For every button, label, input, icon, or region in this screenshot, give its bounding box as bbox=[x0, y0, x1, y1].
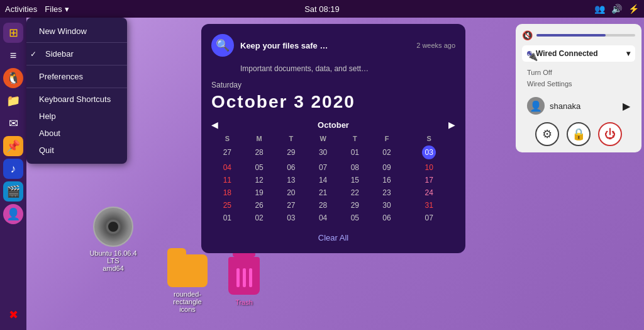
weekday-mon: M bbox=[243, 134, 275, 144]
folder-icon-image bbox=[167, 248, 208, 288]
user-expand-icon[interactable]: ▶ bbox=[623, 100, 630, 112]
cal-day[interactable]: 18 bbox=[211, 186, 243, 199]
settings-button[interactable]: ⚙ bbox=[535, 122, 559, 146]
cal-day[interactable]: 27 bbox=[275, 199, 307, 212]
cal-day[interactable]: 26 bbox=[243, 199, 275, 212]
network-expand-icon[interactable]: ▾ bbox=[626, 49, 630, 58]
clear-all-button[interactable]: Clear All bbox=[318, 233, 348, 242]
cal-day[interactable]: 29 bbox=[339, 199, 371, 212]
cal-day[interactable]: 30 bbox=[307, 144, 339, 161]
menu-item-sidebar[interactable]: Sidebar bbox=[26, 45, 127, 62]
cal-day[interactable]: 11 bbox=[211, 174, 243, 186]
menu-item-about[interactable]: About bbox=[26, 125, 127, 142]
sidebar-icon-apps-grid[interactable]: ⊞ bbox=[3, 23, 23, 43]
cal-day[interactable]: 20 bbox=[275, 186, 307, 199]
menu-item-help[interactable]: Help bbox=[26, 108, 127, 125]
volume-icon[interactable]: 🔊 bbox=[611, 4, 622, 14]
cal-day[interactable]: 13 bbox=[275, 174, 307, 186]
user-row: 👤 shanaka ▶ bbox=[522, 93, 635, 118]
cal-day[interactable]: 12 bbox=[243, 174, 275, 186]
cal-day[interactable]: 08 bbox=[339, 161, 371, 174]
cal-day[interactable]: 27 bbox=[211, 144, 243, 161]
cal-day[interactable]: 03 bbox=[275, 212, 307, 224]
cal-day[interactable]: 01 bbox=[339, 144, 371, 161]
sidebar-icon-files[interactable]: 📁 bbox=[3, 91, 23, 111]
weekday-tue: T bbox=[275, 134, 307, 144]
notification-body: Important documents, data, and sett… bbox=[240, 64, 455, 73]
cal-day[interactable]: 23 bbox=[371, 186, 403, 199]
lock-button[interactable]: 🔒 bbox=[567, 122, 591, 146]
cal-day[interactable]: 22 bbox=[339, 186, 371, 199]
cal-day-today[interactable]: 03 bbox=[402, 144, 455, 161]
desktop-icon-cdrom[interactable]: Ubuntu 16.06.4 LTSamd64 bbox=[88, 207, 138, 272]
username-label: shanaka bbox=[550, 101, 618, 111]
sidebar-icon-bars[interactable]: ≡ bbox=[3, 45, 23, 65]
notification-title: Keep your files safe … bbox=[240, 41, 410, 50]
menu-item-preferences[interactable]: Preferences bbox=[26, 68, 127, 85]
network-connection-item[interactable]: 🔌 Wired Connected ▾ bbox=[522, 45, 635, 62]
trash-shape bbox=[228, 257, 260, 295]
cal-day[interactable]: 16 bbox=[371, 174, 403, 186]
cal-day[interactable]: 29 bbox=[275, 144, 307, 161]
cal-day[interactable]: 05 bbox=[243, 161, 275, 174]
turn-off-option[interactable]: Turn Off bbox=[527, 67, 630, 78]
cal-day[interactable]: 06 bbox=[371, 212, 403, 224]
cal-day[interactable]: 05 bbox=[339, 212, 371, 224]
sidebar: ⊞ ≡ 🐧 📁 ✉ 📌 ♪ 🎬 👤 ✖ bbox=[0, 18, 26, 330]
sidebar-icon-sticky[interactable]: 📌 bbox=[3, 136, 23, 156]
people-icon[interactable]: 👥 bbox=[594, 4, 605, 14]
desktop-icon-trash[interactable]: Trash bbox=[219, 256, 269, 306]
cal-day[interactable]: 19 bbox=[243, 186, 275, 199]
activities-button[interactable]: Activities bbox=[5, 4, 37, 14]
menu-item-keyboard-shortcuts[interactable]: Keyboard Shortcuts bbox=[26, 91, 127, 108]
cal-day[interactable]: 14 bbox=[307, 174, 339, 186]
menu-item-new-window[interactable]: New Window bbox=[26, 23, 127, 40]
volume-fill bbox=[536, 34, 606, 37]
menu-item-quit[interactable]: Quit bbox=[26, 142, 127, 159]
sidebar-icon-ubuntu[interactable]: 🐧 bbox=[3, 68, 23, 88]
calendar-next-btn[interactable]: ▶ bbox=[448, 120, 455, 130]
calendar-section: Saturday October 3 2020 ◀ October ▶ S M … bbox=[211, 81, 455, 243]
cal-day[interactable]: 09 bbox=[371, 161, 403, 174]
cal-day[interactable]: 06 bbox=[275, 161, 307, 174]
cal-day[interactable]: 28 bbox=[307, 199, 339, 212]
volume-mute-icon[interactable]: 🔇 bbox=[522, 30, 533, 40]
volume-slider[interactable] bbox=[536, 34, 635, 37]
desktop-icon-folder[interactable]: rounded-rectangleicons bbox=[162, 248, 213, 313]
cal-day[interactable]: 07 bbox=[402, 212, 455, 224]
files-menu[interactable]: Files ▾ bbox=[45, 4, 69, 14]
power-icon[interactable]: ⚡ bbox=[628, 4, 639, 14]
volume-row: 🔇 bbox=[522, 30, 635, 40]
cal-day[interactable]: 07 bbox=[307, 161, 339, 174]
cal-day[interactable]: 25 bbox=[211, 199, 243, 212]
trash-line-1 bbox=[236, 268, 240, 287]
sidebar-icon-music[interactable]: ♪ bbox=[3, 159, 23, 179]
cal-day[interactable]: 01 bbox=[211, 212, 243, 224]
cal-day[interactable]: 24 bbox=[402, 186, 455, 199]
sidebar-icon-video[interactable]: 🎬 bbox=[3, 181, 23, 202]
calendar-big-date: October 3 2020 bbox=[211, 92, 455, 112]
cal-day[interactable]: 04 bbox=[307, 212, 339, 224]
menu-divider-3 bbox=[26, 88, 127, 88]
wired-settings-option[interactable]: Wired Settings bbox=[527, 78, 630, 89]
cal-day[interactable]: 10 bbox=[402, 161, 455, 174]
cal-day[interactable]: 28 bbox=[243, 144, 275, 161]
calendar-prev-btn[interactable]: ◀ bbox=[211, 120, 218, 130]
cal-day[interactable]: 02 bbox=[371, 144, 403, 161]
user-avatar: 👤 bbox=[527, 97, 545, 115]
cal-day[interactable]: 04 bbox=[211, 161, 243, 174]
connection-label: Wired Connected bbox=[536, 49, 598, 58]
cal-day[interactable]: 31 bbox=[402, 199, 455, 212]
sidebar-icon-mail[interactable]: ✉ bbox=[3, 113, 23, 134]
sidebar-icon-user[interactable]: 👤 bbox=[3, 204, 23, 224]
cal-day[interactable]: 02 bbox=[243, 212, 275, 224]
cal-day[interactable]: 17 bbox=[402, 174, 455, 186]
power-button[interactable]: ⏻ bbox=[598, 122, 622, 146]
cal-day[interactable]: 21 bbox=[307, 186, 339, 199]
cdrom-icon-image bbox=[93, 207, 133, 247]
sidebar-icon-cross[interactable]: ✖ bbox=[3, 305, 23, 325]
cal-day[interactable]: 15 bbox=[339, 174, 371, 186]
calendar-grid: S M T W T F S 27 28 29 30 01 bbox=[211, 134, 455, 224]
cal-day[interactable]: 30 bbox=[371, 199, 403, 212]
topbar-datetime[interactable]: Sat 08:19 bbox=[304, 4, 340, 14]
